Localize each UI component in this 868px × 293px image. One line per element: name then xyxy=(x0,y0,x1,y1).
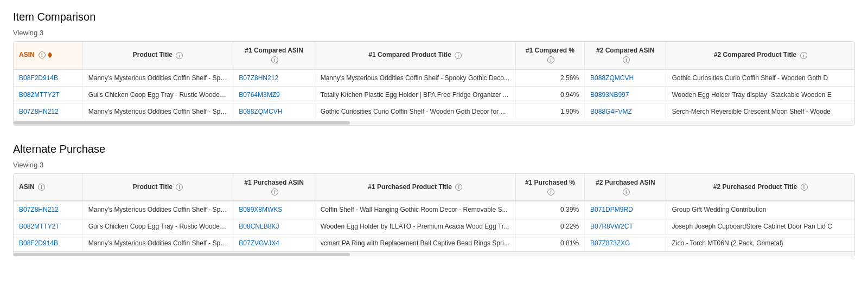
col-product-title: Product Title i xyxy=(82,42,233,69)
ap-asin-link[interactable]: B082MTTY2T xyxy=(19,223,60,230)
ic-c2-asin-cell: B088G4FVMZ xyxy=(585,103,666,120)
ic-asin-link[interactable]: B082MTTY2T xyxy=(19,91,60,99)
ap-p1-pct-cell: 0.81% xyxy=(515,235,584,252)
ic-c1-title-cell: Totally Kitchen Plastic Egg Holder | BPA… xyxy=(315,86,515,103)
asin-sort-icon[interactable] xyxy=(48,52,52,58)
ic-c2-asin-cell: B088ZQMCVH xyxy=(585,69,666,87)
ap-p1-asin-link[interactable]: B08CNLB8KJ xyxy=(239,223,279,230)
ap-p1-pct-info-icon[interactable]: i xyxy=(547,188,554,196)
c1-asin-info-icon[interactable]: i xyxy=(271,56,278,63)
ap-product-title-cell: Gui's Chicken Coop Egg Tray - Rustic Woo… xyxy=(82,218,233,235)
ap-col-p2-asin: #2 Purchased ASINi xyxy=(585,174,666,201)
ap-product-title-info-icon[interactable]: i xyxy=(176,184,183,191)
ic-product-title-cell: Gui's Chicken Coop Egg Tray - Rustic Woo… xyxy=(82,86,233,103)
ap-p1-title-cell: Coffin Shelf - Wall Hanging Gothic Room … xyxy=(315,201,515,218)
ic-c1-title-cell: Gothic Curiosities Curio Coffin Shelf - … xyxy=(315,103,515,120)
ap-p2-asin-link[interactable]: B07Z873ZXG xyxy=(590,239,630,247)
col-c2-title: #2 Compared Product Title i xyxy=(666,42,854,69)
ap-asin-cell: B08F2D914B xyxy=(14,235,82,252)
item-comparison-header-row: ASIN i Product Title i #1 Compared ASINi xyxy=(14,42,854,69)
col-c1-title: #1 Compared Product Title i xyxy=(315,42,515,69)
ap-p1-asin-link[interactable]: B07ZVGVJX4 xyxy=(239,239,279,247)
ic-c1-asin-link[interactable]: B07Z8HN212 xyxy=(239,74,278,82)
ap-asin-info-icon[interactable]: i xyxy=(38,184,45,191)
ap-col-asin: ASIN i xyxy=(14,174,82,201)
ap-col-p1-asin: #1 Purchased ASINi xyxy=(233,174,315,201)
ic-product-title-cell: Manny's Mysterious Oddities Coffin Shelf… xyxy=(82,69,233,87)
item-comparison-scrollbar[interactable] xyxy=(14,120,854,125)
ap-product-title-cell: Manny's Mysterious Oddities Coffin Shelf… xyxy=(82,201,233,218)
ap-p1-asin-cell: B089X8MWKS xyxy=(233,201,315,218)
ic-asin-link[interactable]: B08F2D914B xyxy=(19,74,58,82)
alternate-purchase-table: ASIN i Product Title i #1 Purchased ASIN… xyxy=(14,174,854,252)
ap-p2-title-cell: Joseph Joseph CupboardStore Cabinet Door… xyxy=(666,218,854,235)
alternate-purchase-section: Alternate Purchase Viewing 3 ASIN i Prod… xyxy=(13,143,855,258)
ic-asin-link[interactable]: B07Z8HN212 xyxy=(19,108,59,115)
ic-asin-cell: B082MTTY2T xyxy=(14,86,82,103)
ap-p1-title-info-icon[interactable]: i xyxy=(455,184,462,191)
ic-product-title-cell: Manny's Mysterious Oddities Coffin Shelf… xyxy=(82,103,233,120)
ic-c1-pct-cell: 1.90% xyxy=(515,103,584,120)
ap-p2-title-info-icon[interactable]: i xyxy=(801,184,808,191)
asin-info-icon[interactable]: i xyxy=(39,51,46,58)
ap-asin-cell: B07Z8HN212 xyxy=(14,201,82,218)
ic-c2-title-cell: Serch-Merch Reversible Crescent Moon She… xyxy=(666,103,854,120)
ap-p2-title-cell: Group Gift Wedding Contribution xyxy=(666,201,854,218)
ap-col-p1-pct: #1 Purchased %i xyxy=(515,174,584,201)
c2-asin-info-icon[interactable]: i xyxy=(623,56,630,63)
c1-title-info-icon[interactable]: i xyxy=(455,52,462,59)
item-comparison-title: Item Comparison xyxy=(13,11,855,23)
ap-p2-title-cell: Zico - Torch MT06N (2 Pack, Gnmetal) xyxy=(666,235,854,252)
asin-col-label: ASIN xyxy=(19,50,35,60)
ic-c1-pct-cell: 2.56% xyxy=(515,69,584,87)
item-comparison-section: Item Comparison Viewing 3 ASIN i xyxy=(13,11,855,126)
ic-asin-cell: B08F2D914B xyxy=(14,69,82,87)
item-comparison-viewing: Viewing 3 xyxy=(13,29,855,37)
ap-p1-pct-cell: 0.22% xyxy=(515,218,584,235)
ic-c1-pct-cell: 0.94% xyxy=(515,86,584,103)
ap-p1-asin-link[interactable]: B089X8MWKS xyxy=(239,206,282,213)
ic-asin-cell: B07Z8HN212 xyxy=(14,103,82,120)
alternate-purchase-scrollbar[interactable] xyxy=(14,251,854,257)
ic-c2-asin-cell: B0893NB997 xyxy=(585,86,666,103)
col-c1-pct: #1 Compared %i xyxy=(515,42,584,69)
ap-asin-link[interactable]: B07Z8HN212 xyxy=(19,206,59,213)
c1-pct-info-icon[interactable]: i xyxy=(547,56,554,63)
ap-p1-asin-cell: B07ZVGVJX4 xyxy=(233,235,315,252)
alternate-purchase-row: B082MTTY2T Gui's Chicken Coop Egg Tray -… xyxy=(14,218,854,235)
ic-c1-asin-cell: B07Z8HN212 xyxy=(233,69,315,87)
ic-c1-asin-link[interactable]: B088ZQMCVH xyxy=(239,108,282,115)
alternate-purchase-row: B07Z8HN212 Manny's Mysterious Oddities C… xyxy=(14,201,854,218)
col-c1-asin: #1 Compared ASINi xyxy=(233,42,315,69)
item-comparison-table-wrapper: ASIN i Product Title i #1 Compared ASINi xyxy=(13,41,855,126)
ic-c1-asin-link[interactable]: B0764M3MZ9 xyxy=(239,91,279,99)
ic-c2-title-cell: Wooden Egg Holder Tray display -Stackabl… xyxy=(666,86,854,103)
ic-c2-asin-link[interactable]: B088ZQMCVH xyxy=(590,74,634,82)
ap-p1-title-cell: Wooden Egg Holder by ILLATO - Premium Ac… xyxy=(315,218,515,235)
ap-p2-asin-link[interactable]: B071DPM9RD xyxy=(590,206,633,213)
ic-c1-asin-cell: B0764M3MZ9 xyxy=(233,86,315,103)
c2-title-info-icon[interactable]: i xyxy=(800,52,807,59)
ap-product-title-cell: Manny's Mysterious Oddities Coffin Shelf… xyxy=(82,235,233,252)
ap-p2-asin-link[interactable]: B07R8VW2CT xyxy=(590,223,633,230)
alternate-purchase-viewing: Viewing 3 xyxy=(13,161,855,169)
ap-p1-pct-cell: 0.39% xyxy=(515,201,584,218)
item-comparison-row: B07Z8HN212 Manny's Mysterious Oddities C… xyxy=(14,103,854,120)
ap-col-p1-title: #1 Purchased Product Title i xyxy=(315,174,515,201)
ap-asin-link[interactable]: B08F2D914B xyxy=(19,239,58,247)
alternate-purchase-row: B08F2D914B Manny's Mysterious Oddities C… xyxy=(14,235,854,252)
product-title-info-icon[interactable]: i xyxy=(176,52,183,59)
ap-p1-asin-info-icon[interactable]: i xyxy=(271,188,278,196)
ic-c2-asin-link[interactable]: B088G4FVMZ xyxy=(590,108,632,115)
ap-p2-asin-cell: B071DPM9RD xyxy=(585,201,666,218)
ic-c2-title-cell: Gothic Curiosities Curio Coffin Shelf - … xyxy=(666,69,854,87)
item-comparison-row: B08F2D914B Manny's Mysterious Oddities C… xyxy=(14,69,854,87)
ap-asin-cell: B082MTTY2T xyxy=(14,218,82,235)
ap-p1-asin-cell: B08CNLB8KJ xyxy=(233,218,315,235)
alternate-purchase-title: Alternate Purchase xyxy=(13,143,855,155)
ic-c1-asin-cell: B088ZQMCVH xyxy=(233,103,315,120)
ap-p2-asin-cell: B07R8VW2CT xyxy=(585,218,666,235)
col-c2-asin: #2 Compared ASINi xyxy=(585,42,666,69)
ap-p2-asin-info-icon[interactable]: i xyxy=(623,188,630,196)
ic-c2-asin-link[interactable]: B0893NB997 xyxy=(590,91,629,99)
